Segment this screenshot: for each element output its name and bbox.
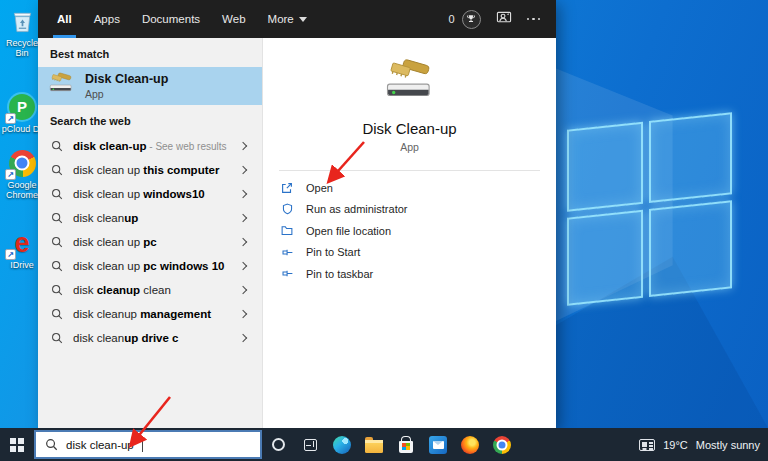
search-web-header: Search the web [38,105,262,134]
pin-icon [280,267,294,280]
trophy-icon [462,10,481,29]
search-suggestion[interactable]: disk cleanup drive c [38,326,262,350]
rewards-count: 0 [448,13,454,25]
tab-documents[interactable]: Documents [131,0,211,38]
file-explorer-glyph [365,440,383,453]
action-open[interactable]: Open [280,177,556,199]
action-run-as-administrator[interactable]: Run as administrator [280,199,556,221]
action-pin-to-start[interactable]: Pin to Start [280,242,556,264]
tab-label: Apps [94,13,120,25]
tab-web[interactable]: Web [211,0,256,38]
task-view-icon[interactable] [294,428,326,461]
tab-label: Documents [142,13,200,25]
taskbar-search-box[interactable]: disk clean-up [34,430,262,459]
suggestion-text: disk clean up pc [73,236,230,248]
action-label: Run as administrator [306,203,408,215]
search-panels: Best match Disk Clean-up App Search the … [38,38,556,428]
action-label: Pin to Start [306,246,360,258]
suggestion-text: disk cleanup [73,212,230,224]
suggestion-text: disk clean-up - See web results [73,140,230,152]
cortana-glyph [272,438,285,451]
idrive-logo [14,230,29,256]
firefox-glyph [461,436,479,454]
search-suggestion[interactable]: disk clean up pc [38,230,262,254]
suggestion-text: disk clean up pc windows 10 [73,260,230,272]
tab-apps[interactable]: Apps [83,0,131,38]
chevron-right-icon[interactable] [239,238,247,246]
search-suggestion[interactable]: disk clean-up - See web results [38,134,262,158]
news-weather-icon[interactable] [639,439,655,451]
weather-condition[interactable]: Mostly sunny [696,439,760,451]
search-suggestion[interactable]: disk cleanup management [38,302,262,326]
tab-more[interactable]: More [257,0,318,38]
chrome-glyph [493,436,511,454]
chrome-icon [7,148,37,178]
shortcut-arrow-icon [5,249,16,260]
search-suggestion[interactable]: disk clean up windows10 [38,182,262,206]
chevron-right-icon[interactable] [239,334,247,342]
search-suggestion[interactable]: disk clean up this computer [38,158,262,182]
windows-wallpaper-logo [567,112,732,305]
search-filter-bar: AllAppsDocumentsWebMore 0 [38,0,556,38]
store-glyph [399,441,413,453]
topbar-right: 0 [448,0,556,38]
search-input-value[interactable]: disk clean-up [66,439,134,451]
user-account-icon[interactable] [496,10,512,29]
action-pin-to-taskbar[interactable]: Pin to taskbar [280,263,556,285]
suggestion-text: disk cleanup management [73,308,230,320]
logo-pane [649,200,732,297]
rewards-button[interactable]: 0 [448,10,480,29]
chevron-right-icon[interactable] [239,142,247,150]
search-icon [51,308,63,320]
chrome-icon[interactable] [486,428,518,461]
suggestion-text: disk cleanup clean [73,284,230,296]
search-suggestion[interactable]: disk cleanup [38,206,262,230]
start-button[interactable] [0,428,34,461]
suggestion-text: disk clean up this computer [73,164,230,176]
text-cursor [142,438,143,452]
weather-temp[interactable]: 19°C [663,439,688,451]
preview-app-subtitle: App [400,141,419,153]
search-icon [51,260,63,272]
tab-label: More [268,13,294,25]
windows-logo-icon [10,438,24,452]
store-icon[interactable] [390,428,422,461]
search-icon [45,438,58,451]
more-options-icon[interactable] [527,18,541,21]
disk-cleanup-app-icon-large [383,56,437,110]
chevron-right-icon[interactable] [239,166,247,174]
search-suggestion[interactable]: disk clean up pc windows 10 [38,254,262,278]
action-open-file-location[interactable]: Open file location [280,220,556,242]
cortana-icon[interactable] [262,428,294,461]
chevron-right-icon[interactable] [239,262,247,270]
open-icon [280,181,294,195]
edge-glyph [333,436,351,454]
search-flyout: AllAppsDocumentsWebMore 0 Best match Dis… [38,0,556,428]
system-tray: 19°C Mostly sunny [639,439,768,451]
tab-label: Web [222,13,245,25]
search-icon [51,140,63,152]
file-explorer-icon[interactable] [358,428,390,461]
best-match-title: Disk Clean-up [85,72,168,86]
search-suggestion[interactable]: disk cleanup clean [38,278,262,302]
chevron-right-icon[interactable] [239,286,247,294]
divider [279,170,540,171]
preview-panel: Disk Clean-up App OpenRun as administrat… [262,38,556,428]
tab-all[interactable]: All [46,0,83,38]
chevron-right-icon[interactable] [239,214,247,222]
chevron-right-icon[interactable] [239,310,247,318]
admin-shield-icon [280,202,294,216]
firefox-icon[interactable] [454,428,486,461]
edge-icon[interactable] [326,428,358,461]
chevron-right-icon[interactable] [239,190,247,198]
idrive-icon [7,228,37,258]
mail-icon[interactable] [422,428,454,461]
action-label: Open [306,182,333,194]
action-label: Pin to taskbar [306,268,373,280]
search-icon [51,236,63,248]
best-match-subtitle: App [85,88,168,100]
recycle-bin-icon [7,6,37,36]
taskbar: disk clean-up 19°C Mostly sunny [0,428,768,461]
search-icon [51,284,63,296]
best-match-result[interactable]: Disk Clean-up App [38,67,262,105]
